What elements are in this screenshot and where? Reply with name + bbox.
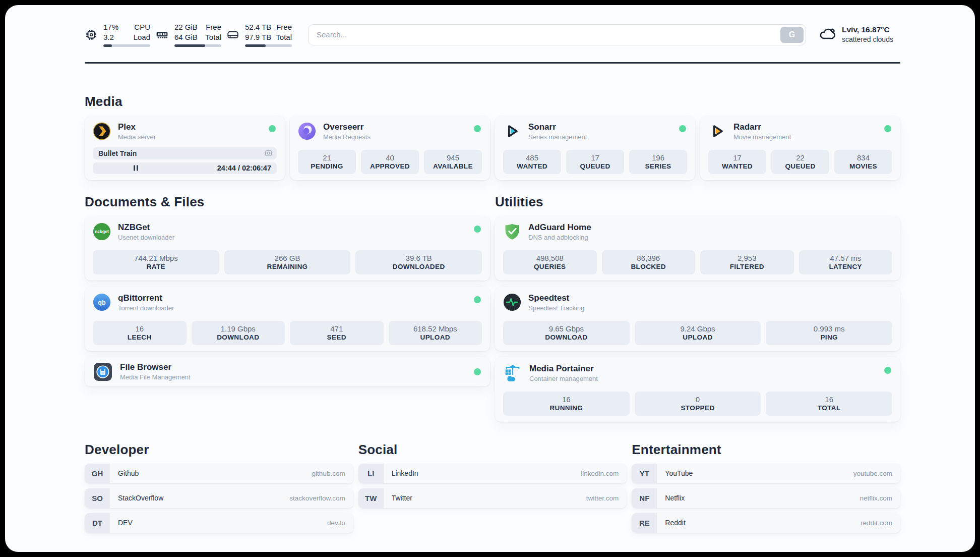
app-subtitle: Usenet downloader xyxy=(118,234,174,241)
app-card-filebrowser[interactable]: File Browser Media File Management xyxy=(85,357,490,386)
stat-wanted: 17 WANTED xyxy=(708,150,766,174)
disk-free-value: 52.4 TB xyxy=(245,22,271,32)
nzbget-icon: nzbget xyxy=(93,222,111,241)
stat-seed: 471 SEED xyxy=(290,321,384,345)
entertainment-links: Entertainment YT YouTube youtube.com NF … xyxy=(632,442,900,533)
app-subtitle: Media Requests xyxy=(323,133,371,141)
stat-queued: 17 QUEUED xyxy=(566,150,624,174)
link-domain: netflix.com xyxy=(860,494,892,502)
disk-stat: 52.4 TB Free 97.9 TB Total xyxy=(226,22,292,47)
link-tag: NF xyxy=(632,488,657,508)
stat-available: 945 AVAILABLE xyxy=(424,150,482,174)
playback-time: 24:44 / 02:06:47 xyxy=(217,164,271,172)
header-divider xyxy=(85,62,900,64)
app-name: NZBGet xyxy=(118,222,174,233)
app-subtitle: Media File Management xyxy=(120,373,190,381)
link-tag: LI xyxy=(358,464,384,483)
app-card-qbittorrent[interactable]: qb qBittorrent Torrent downloader 16 LEE… xyxy=(85,287,490,351)
cpu-usage-value: 17% xyxy=(103,22,118,32)
status-badge xyxy=(884,125,891,132)
stat-download: 9.65 Gbps DOWNLOAD xyxy=(503,321,630,345)
status-badge xyxy=(474,368,481,375)
app-name: Media Portainer xyxy=(529,364,598,374)
now-playing-icon xyxy=(265,149,272,157)
portainer-icon xyxy=(503,364,522,383)
weather-condition: scattered clouds xyxy=(842,35,893,44)
adguard-icon xyxy=(503,222,521,241)
app-subtitle: Series management xyxy=(528,133,587,141)
link-item-youtube[interactable]: YT YouTube youtube.com xyxy=(632,464,900,483)
stat-approved: 40 APPROVED xyxy=(361,150,419,174)
link-name: Github xyxy=(118,469,139,477)
now-playing-title: Bullet Train xyxy=(98,149,137,157)
stat-latency: 47.57 ms LATENCY xyxy=(799,250,893,274)
app-subtitle: Media server xyxy=(118,133,156,141)
app-name: Speedtest xyxy=(528,293,584,303)
app-card-nzbget[interactable]: nzbget NZBGet Usenet downloader 744.21 M… xyxy=(85,216,490,281)
social-links: Social LI LinkedIn linkedin.com TW Twitt… xyxy=(358,442,627,533)
app-card-sonarr[interactable]: Sonarr Series management 485 WANTED 17 Q… xyxy=(495,116,695,180)
app-subtitle: DNS and adblocking xyxy=(528,234,591,241)
cloud-icon xyxy=(819,25,836,44)
link-item-stackoverflow[interactable]: SO StackOverflow stackoverflow.com xyxy=(85,488,353,508)
stat-queries: 498,508 QUERIES xyxy=(503,250,597,274)
app-subtitle: Movie management xyxy=(733,133,791,141)
svg-text:nzbget: nzbget xyxy=(95,229,109,234)
cpu-icon xyxy=(85,28,98,41)
memory-stat: 22 GiB Free 64 GiB Total xyxy=(155,22,221,47)
link-name: DEV xyxy=(118,519,133,527)
app-subtitle: Container management xyxy=(529,375,598,382)
status-badge xyxy=(474,226,481,233)
link-tag: DT xyxy=(85,513,110,533)
section-title-media: Media xyxy=(85,94,900,109)
memory-progress-bar xyxy=(174,44,221,47)
app-card-radarr[interactable]: Radarr Movie management 17 WANTED 22 QUE… xyxy=(700,116,900,180)
system-stats: 17% CPU 3.2 Load xyxy=(85,22,292,47)
link-item-dev[interactable]: DT DEV dev.to xyxy=(85,513,353,533)
link-domain: dev.to xyxy=(327,519,345,527)
link-item-twitter[interactable]: TW Twitter twitter.com xyxy=(358,488,627,508)
status-badge xyxy=(679,125,686,132)
link-item-netflix[interactable]: NF Netflix netflix.com xyxy=(632,488,900,508)
radarr-icon xyxy=(708,122,726,140)
search-input[interactable] xyxy=(308,24,806,45)
app-card-overseerr[interactable]: Overseerr Media Requests 21 PENDING 40 A… xyxy=(290,116,490,180)
media-grid: Plex Media server Bullet Train xyxy=(85,116,900,180)
stat-upload: 9.24 Gbps UPLOAD xyxy=(635,321,761,345)
search-engine-button[interactable]: G xyxy=(780,27,804,43)
cpu-load-label: Load xyxy=(134,32,150,42)
memory-total-label: Total xyxy=(205,32,221,42)
app-name: AdGuard Home xyxy=(528,222,591,233)
link-domain: twitter.com xyxy=(586,494,619,502)
status-badge xyxy=(474,296,481,303)
section-title-social: Social xyxy=(358,442,627,458)
status-badge xyxy=(884,367,891,374)
stat-filtered: 2,953 FILTERED xyxy=(700,250,794,274)
app-name: Radarr xyxy=(733,122,791,132)
app-card-portainer[interactable]: Media Portainer Container management 16 … xyxy=(495,357,900,422)
filebrowser-icon xyxy=(93,362,113,382)
app-card-adguard[interactable]: AdGuard Home DNS and adblocking 498,508 … xyxy=(495,216,900,281)
link-item-reddit[interactable]: RE Reddit reddit.com xyxy=(632,513,900,533)
search-bar: G xyxy=(308,24,806,45)
top-bar: 17% CPU 3.2 Load xyxy=(85,5,900,47)
cpu-progress-fill xyxy=(103,44,112,47)
app-card-speedtest[interactable]: Speedtest Speedtest Tracking 9.65 Gbps D… xyxy=(495,287,900,351)
weather-widget: Lviv, 16.87°C scattered clouds xyxy=(819,25,900,44)
app-subtitle: Torrent downloader xyxy=(118,304,174,312)
documents-column: Documents & Files nzbget NZBGet Usenet d xyxy=(85,194,490,422)
memory-icon xyxy=(155,28,169,41)
link-item-linkedin[interactable]: LI LinkedIn linkedin.com xyxy=(358,464,627,483)
dashboard-page: 17% CPU 3.2 Load xyxy=(5,5,975,552)
app-name: Plex xyxy=(118,122,156,132)
link-item-github[interactable]: GH Github github.com xyxy=(85,464,353,483)
stat-stopped: 0 STOPPED xyxy=(635,392,761,416)
stat-series: 196 SERIES xyxy=(629,150,687,174)
stat-total: 16 TOTAL xyxy=(766,392,892,416)
stat-movies: 834 MOVIES xyxy=(834,150,892,174)
link-tag: TW xyxy=(358,488,384,508)
link-domain: youtube.com xyxy=(853,470,892,477)
link-domain: reddit.com xyxy=(861,519,892,527)
cpu-load-value: 3.2 xyxy=(103,32,114,42)
app-card-plex[interactable]: Plex Media server Bullet Train xyxy=(85,116,285,180)
